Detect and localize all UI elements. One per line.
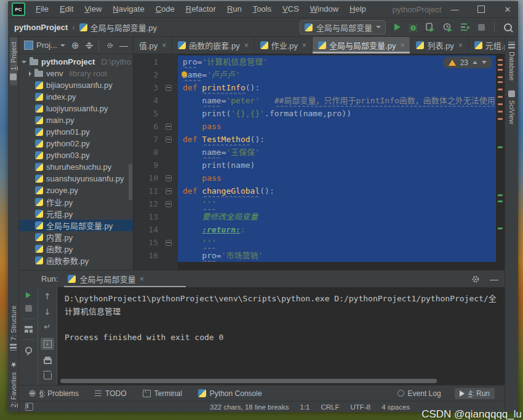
tree-item-内置.py[interactable]: 内置.py bbox=[19, 231, 133, 243]
locate-file-button[interactable]: ⊕ bbox=[71, 41, 79, 50]
code-line-15[interactable]: 15 ''' bbox=[134, 236, 496, 249]
stripe-mark[interactable] bbox=[498, 146, 503, 148]
minimize-button[interactable]: — bbox=[450, 5, 459, 14]
search-everywhere-icon[interactable] bbox=[504, 23, 512, 31]
tree-item-suanshuyunsuanfu.py[interactable]: suanshuyunsuanfu.py bbox=[19, 173, 133, 184]
breadcrumb-file[interactable]: 全局与局部变量.py bbox=[90, 22, 157, 33]
editor[interactable]: 1pro='计算机信息管理'2name='卢卢卢'3def printInfo(… bbox=[134, 54, 505, 270]
close-icon[interactable]: × bbox=[400, 41, 404, 50]
code-line-13[interactable]: 13 要修改全局变量 bbox=[134, 210, 496, 223]
tree-item-全局与局部变量.py[interactable]: 全局与局部变量.py bbox=[19, 220, 133, 231]
breadcrumb-project[interactable]: pythonProject bbox=[14, 23, 68, 32]
menu-vcs[interactable]: VCS bbox=[277, 1, 305, 17]
stripe-mark[interactable] bbox=[498, 81, 503, 83]
stripe-mark[interactable] bbox=[498, 96, 503, 98]
stripe-mark[interactable] bbox=[498, 118, 503, 120]
code-line-7[interactable]: 7def TestMethod(): bbox=[134, 133, 496, 146]
line-number[interactable]: 15 bbox=[134, 236, 162, 249]
close-icon[interactable]: × bbox=[162, 41, 166, 50]
menu-help[interactable]: Help bbox=[344, 1, 372, 17]
editor-error-stripe[interactable] bbox=[497, 54, 505, 270]
collapse-all-button[interactable] bbox=[86, 42, 92, 49]
line-number[interactable]: 12 bbox=[134, 197, 162, 210]
code-line-10[interactable]: 10 pass bbox=[134, 172, 496, 184]
debug-bug-icon[interactable] bbox=[409, 23, 418, 32]
menu-edit[interactable]: Edit bbox=[54, 1, 79, 17]
run-configuration-select[interactable]: 全局与局部变量 bbox=[300, 20, 386, 34]
tree-scrollbar[interactable] bbox=[129, 164, 132, 200]
menu-navigate[interactable]: Navigate bbox=[107, 1, 150, 17]
tree-item-元组.py[interactable]: 元组.py bbox=[19, 208, 133, 220]
stripe-mark[interactable] bbox=[498, 200, 503, 202]
code-line-4[interactable]: 4 name='peter' ##局部变量，只作用于printInfo函数，函数… bbox=[134, 94, 496, 107]
tree-item-zuoye.py[interactable]: zuoye.py bbox=[19, 184, 133, 196]
menu-tools[interactable]: Tools bbox=[247, 1, 277, 17]
editor-tab-值.py[interactable]: 值.py× bbox=[134, 37, 172, 53]
up-stacktrace-button[interactable]: ↑ bbox=[44, 292, 51, 301]
fold-marker-icon[interactable] bbox=[166, 137, 172, 143]
line-number[interactable]: 5 bbox=[134, 107, 162, 120]
line-number[interactable]: 8 bbox=[134, 146, 162, 159]
tree-item-函数参数.py[interactable]: 函数参数.py bbox=[19, 255, 133, 266]
expand-icon[interactable] bbox=[22, 61, 26, 63]
status-item[interactable]: UTF-8 bbox=[351, 403, 371, 411]
stripe-mark[interactable] bbox=[498, 89, 503, 90]
editor-tab-列表.py[interactable]: 列表.py× bbox=[410, 37, 468, 53]
status-item[interactable]: 322 chars, 18 line breaks bbox=[210, 403, 289, 411]
close-icon[interactable]: × bbox=[244, 41, 249, 50]
inspection-widget[interactable]: 23 bbox=[443, 57, 492, 68]
fold-marker-icon[interactable] bbox=[166, 201, 172, 207]
editor-tab-元组.p[interactable]: 元组.p bbox=[469, 37, 505, 53]
stripe-mark[interactable] bbox=[498, 228, 503, 229]
tree-item-index.py[interactable]: index.py bbox=[19, 91, 133, 103]
bottom-item-todo[interactable]: TODO bbox=[95, 389, 126, 398]
rerun-button[interactable] bbox=[26, 292, 31, 298]
tree-item-python02.py[interactable]: python02.py bbox=[19, 138, 133, 149]
down-stacktrace-button[interactable]: ↓ bbox=[44, 307, 51, 316]
stripe-mark[interactable] bbox=[498, 64, 503, 66]
code-line-1[interactable]: 1pro='计算机信息管理' bbox=[134, 55, 496, 68]
status-item[interactable]: CRLF bbox=[321, 403, 340, 411]
toolwindow-toggle-icon[interactable] bbox=[25, 403, 33, 411]
clear-console-button[interactable] bbox=[44, 373, 52, 379]
print-button[interactable] bbox=[44, 359, 52, 364]
gear-icon[interactable] bbox=[106, 41, 113, 50]
tree-item-bijiaoyunsuanfu.py[interactable]: bijiaoyunsuanfu.py bbox=[19, 79, 133, 91]
code-line-9[interactable]: 9 print(name) bbox=[134, 159, 496, 172]
tree-item-python01.py[interactable]: python01.py bbox=[19, 126, 133, 138]
close-button[interactable]: ✕ bbox=[503, 5, 512, 14]
project-view-select[interactable]: Proj... bbox=[24, 41, 65, 50]
menu-view[interactable]: View bbox=[79, 1, 107, 17]
run-button[interactable] bbox=[394, 23, 401, 31]
menu-refactor[interactable]: Refactor bbox=[180, 1, 222, 17]
code-line-3[interactable]: 3def printInfo(): bbox=[134, 81, 496, 94]
pin-tab-button[interactable] bbox=[25, 347, 32, 354]
line-number[interactable]: 6 bbox=[134, 120, 162, 133]
tree-item-python03.py[interactable]: python03.py bbox=[19, 149, 133, 161]
code-line-6[interactable]: 6 pass bbox=[134, 120, 496, 133]
code-line-5[interactable]: 5 print('{},{}'.format(name,pro)) bbox=[134, 107, 496, 120]
code-line-16[interactable]: 16 pro='市场营销' bbox=[134, 249, 496, 262]
menu-run[interactable]: Run bbox=[222, 1, 247, 17]
bottom-item-python-console[interactable]: Python Console bbox=[198, 389, 262, 398]
line-number[interactable]: 4 bbox=[134, 94, 162, 107]
line-number[interactable]: 7 bbox=[134, 133, 162, 146]
status-item[interactable]: 1:1 bbox=[300, 403, 310, 411]
code-line-11[interactable]: 11def changeGlobal(): bbox=[134, 184, 496, 197]
stripe-mark[interactable] bbox=[498, 103, 503, 105]
editor-tab-函数的嵌套.py[interactable]: 函数的嵌套.py× bbox=[172, 37, 254, 53]
fold-marker-icon[interactable] bbox=[166, 124, 172, 130]
next-warning-icon[interactable] bbox=[482, 61, 487, 64]
bottom-item-terminal[interactable]: Terminal bbox=[143, 389, 182, 398]
line-number[interactable]: 2 bbox=[134, 68, 162, 81]
sidebar-item-sciview[interactable]: SciView bbox=[508, 85, 516, 129]
line-number[interactable]: 11 bbox=[134, 184, 162, 197]
menu-file[interactable]: File bbox=[30, 1, 54, 17]
sidebar-item-favorites[interactable]: 2: Favorites ★ bbox=[9, 355, 18, 412]
code-line-2[interactable]: 2name='卢卢卢' bbox=[134, 68, 496, 81]
prev-warning-icon[interactable] bbox=[473, 61, 477, 64]
line-number[interactable]: 9 bbox=[134, 159, 162, 172]
code-line-12[interactable]: 12 ''' bbox=[134, 197, 496, 210]
collapse-icon[interactable] bbox=[29, 71, 31, 76]
fold-marker-icon[interactable] bbox=[166, 188, 172, 194]
